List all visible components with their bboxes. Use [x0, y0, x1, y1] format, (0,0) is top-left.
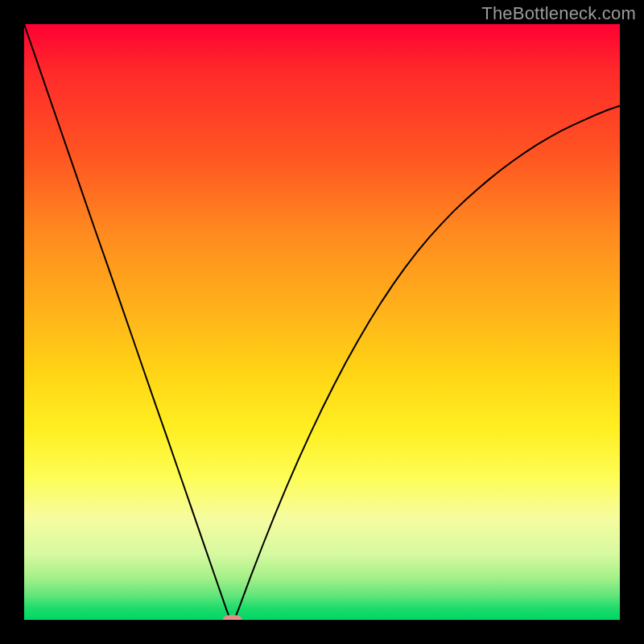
bottleneck-curve	[24, 24, 620, 619]
minimum-marker	[223, 615, 242, 620]
chart-frame: TheBottleneck.com	[0, 0, 644, 644]
watermark-text: TheBottleneck.com	[481, 3, 636, 24]
curve-layer	[24, 24, 620, 620]
plot-area	[24, 24, 620, 620]
